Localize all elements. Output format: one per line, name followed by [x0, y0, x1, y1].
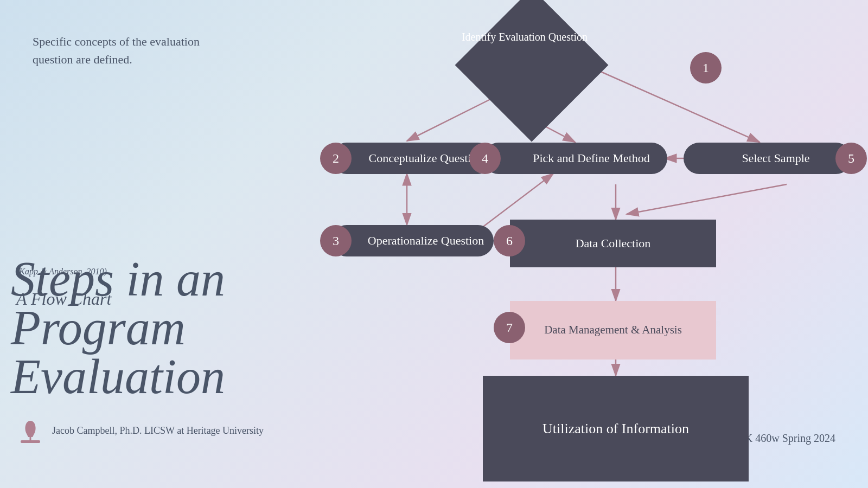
node-1-diamond [455, 0, 609, 142]
author-icon [16, 416, 44, 445]
node-5-pill: Select Sample [684, 143, 852, 174]
author-line: Jacob Campbell, Ph.D. LICSW at Heritage … [16, 416, 264, 445]
description-text: Specific concepts of the evaluation ques… [33, 33, 206, 68]
node-3-number: 3 [320, 225, 352, 256]
node-2-number: 2 [320, 143, 352, 174]
node-1-label: Identify Evaluation Question [457, 30, 592, 44]
node-4-pill: Pick and Define Method [483, 143, 667, 174]
node-8-rect: Utilization of Information [483, 376, 749, 481]
node-7-number: 7 [494, 312, 525, 343]
node-6-rect: Data Collection [510, 220, 716, 267]
node-7-rect: Data Management & Analysis [510, 301, 716, 359]
svg-rect-0 [21, 440, 40, 443]
node-6-number: 6 [494, 225, 525, 256]
flowchart: Identify Evaluation Question 1 Conceptua… [315, 0, 868, 488]
node-1-number: 1 [690, 52, 722, 84]
author-text: Jacob Campbell, Ph.D. LICSW at Heritage … [52, 425, 264, 436]
node-4-number: 4 [469, 143, 501, 174]
node-5-number: 5 [835, 143, 867, 174]
node-3-pill: Operationalize Question [331, 225, 494, 256]
